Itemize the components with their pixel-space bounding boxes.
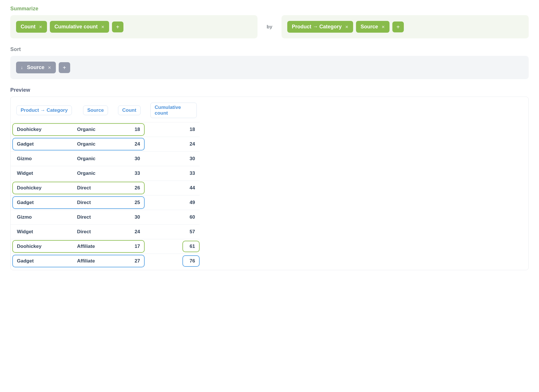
close-icon[interactable]: ✕: [381, 25, 385, 29]
column-header: Product → Category: [11, 101, 77, 122]
preview-panel: Product → CategorySourceCountCumulative …: [10, 97, 529, 270]
cell-count: 30: [114, 156, 140, 162]
arrow-down-icon: ↓: [21, 65, 23, 70]
cell-source: Organic: [77, 156, 114, 162]
cell-cumulative: 61: [145, 239, 200, 254]
cell-count: 27: [114, 258, 140, 264]
column-header: Cumulative count: [145, 101, 200, 122]
pill-label: Cumulative count: [54, 24, 98, 30]
cell-category: Gadget: [17, 141, 77, 147]
table-row: DoohickeyOrganic1818: [11, 122, 200, 137]
plus-icon: +: [396, 24, 400, 30]
cell-cumulative: 60: [145, 210, 200, 225]
sort-pill[interactable]: ↓ Source ✕: [16, 62, 56, 73]
column-header: Source: [77, 101, 112, 122]
table-row: GadgetAffiliate2776: [11, 254, 200, 268]
aggregation-pill[interactable]: Cumulative count✕: [50, 21, 109, 33]
table-row: DoohickeyAffiliate1761: [11, 239, 200, 254]
close-icon[interactable]: ✕: [48, 65, 51, 70]
cell-category: Doohickey: [17, 127, 77, 132]
row-highlight-box: GadgetOrganic24: [12, 138, 145, 150]
cell-source: Direct: [77, 200, 114, 205]
row-highlight-box: GizmoDirect30: [12, 211, 145, 224]
cell-category: Doohickey: [17, 185, 77, 191]
summarize-label: Summarize: [10, 6, 529, 12]
sort-label: Sort: [10, 46, 529, 52]
column-header-pill[interactable]: Product → Category: [16, 105, 72, 115]
cell-cumulative: 49: [145, 195, 200, 210]
sort-group: ↓ Source ✕ +: [10, 56, 529, 79]
cell-category: Gizmo: [17, 214, 77, 220]
table-row: GizmoDirect3060: [11, 210, 200, 225]
cell-category: Gadget: [17, 200, 77, 205]
row-highlight-box: GadgetDirect25: [12, 196, 145, 209]
cumulative-value: 44: [182, 182, 200, 194]
column-header-pill[interactable]: Count: [118, 105, 141, 115]
aggregation-pill[interactable]: Count✕: [16, 21, 47, 33]
cell-source: Organic: [77, 170, 114, 176]
cell-source: Organic: [77, 127, 114, 132]
groupby-group: Product → Category✕Source✕+: [282, 15, 529, 38]
pill-label: Source: [361, 24, 378, 30]
groupby-pill[interactable]: Product → Category✕: [287, 21, 353, 33]
cell-count: 30: [114, 214, 140, 220]
table-row: WidgetOrganic3333: [11, 166, 200, 181]
cumulative-value: 33: [182, 168, 200, 179]
row-highlight-box: DoohickeyDirect26: [12, 182, 145, 194]
table-row: GizmoOrganic3030: [11, 152, 200, 166]
cell-cumulative: 57: [145, 225, 200, 239]
cumulative-value: 24: [182, 138, 200, 150]
pill-label: Product → Category: [292, 24, 342, 30]
close-icon[interactable]: ✕: [39, 25, 42, 29]
cell-source: Organic: [77, 141, 114, 147]
table-row: DoohickeyDirect2644: [11, 181, 200, 195]
close-icon[interactable]: ✕: [101, 25, 105, 29]
cell-category: Doohickey: [17, 244, 77, 249]
table-row: GadgetDirect2549: [11, 195, 200, 210]
cell-count: 25: [114, 200, 140, 205]
add-groupby-button[interactable]: +: [392, 21, 404, 32]
by-label: by: [265, 24, 274, 30]
row-highlight-box: WidgetOrganic33: [12, 167, 145, 180]
column-header-pill[interactable]: Cumulative count: [150, 103, 197, 118]
table-row: WidgetDirect2457: [11, 225, 200, 239]
cell-cumulative: 76: [145, 254, 200, 268]
sort-field-label: Source: [27, 64, 44, 70]
column-header: Count: [112, 101, 145, 122]
cumulative-value: 30: [182, 153, 200, 164]
add-sort-button[interactable]: +: [59, 62, 70, 73]
row-highlight-box: DoohickeyAffiliate17: [12, 240, 145, 253]
row-highlight-box: DoohickeyOrganic18: [12, 123, 145, 136]
cell-count: 33: [114, 170, 140, 176]
plus-icon: +: [116, 24, 119, 30]
close-icon[interactable]: ✕: [345, 25, 349, 29]
cumulative-value: 61: [182, 241, 200, 252]
cell-cumulative: 18: [145, 122, 200, 137]
add-aggregation-button[interactable]: +: [112, 21, 123, 32]
cell-cumulative: 33: [145, 166, 200, 181]
cell-source: Direct: [77, 185, 114, 191]
groupby-pill[interactable]: Source✕: [356, 21, 390, 33]
cumulative-value: 60: [182, 211, 200, 223]
pill-label: Count: [21, 24, 36, 30]
cell-count: 24: [114, 229, 140, 235]
row-highlight-box: GadgetAffiliate27: [12, 255, 145, 267]
cumulative-value: 18: [182, 124, 200, 135]
column-header-pill[interactable]: Source: [83, 105, 108, 115]
cell-category: Widget: [17, 170, 77, 176]
cell-count: 18: [114, 127, 140, 132]
table-row: GadgetOrganic2424: [11, 137, 200, 152]
cumulative-value: 49: [182, 197, 200, 208]
preview-table: Product → CategorySourceCountCumulative …: [11, 101, 200, 268]
cell-category: Widget: [17, 229, 77, 235]
plus-icon: +: [63, 65, 66, 70]
cell-cumulative: 30: [145, 152, 200, 166]
cell-source: Direct: [77, 214, 114, 220]
cell-count: 24: [114, 141, 140, 147]
cell-cumulative: 24: [145, 137, 200, 152]
preview-label: Preview: [10, 87, 529, 93]
cumulative-value: 76: [182, 255, 200, 267]
cell-source: Direct: [77, 229, 114, 235]
cell-source: Affiliate: [77, 258, 114, 264]
row-highlight-box: WidgetDirect24: [12, 226, 145, 238]
